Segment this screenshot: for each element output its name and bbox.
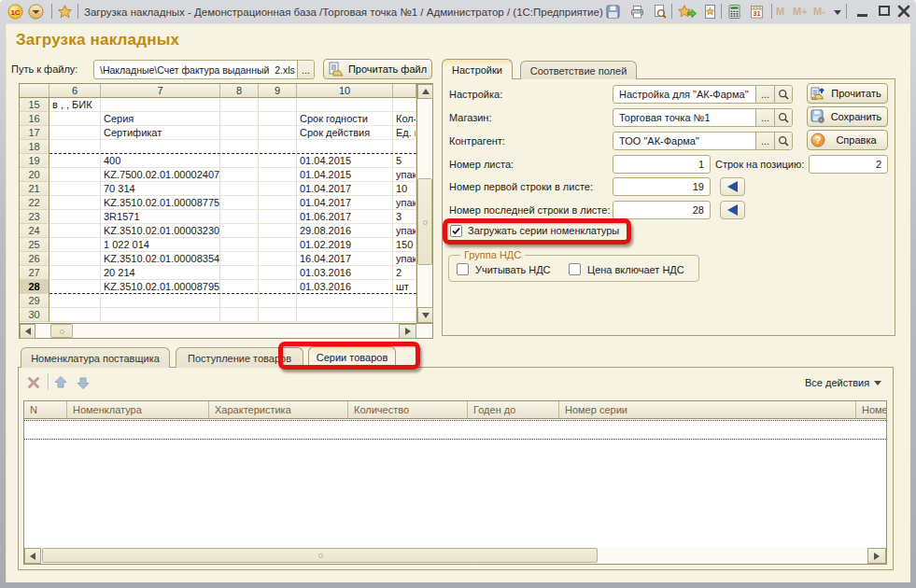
sheet-cell[interactable]: 17	[20, 126, 49, 140]
help-button[interactable]: ? Справка	[807, 130, 888, 150]
scroll-left-button[interactable]	[24, 548, 41, 564]
sheet-cell[interactable]	[49, 140, 101, 154]
sheet-cell[interactable]: 15	[20, 98, 49, 112]
sheet-cell[interactable]	[220, 266, 259, 280]
sheet-cell[interactable]: упак	[393, 224, 416, 238]
move-down-button[interactable]	[76, 375, 91, 390]
nastroika-browse-button[interactable]: ...	[755, 86, 774, 103]
sheet-cell[interactable]: 3R1571	[101, 210, 220, 224]
tab-nastroyki[interactable]: Настройки	[442, 59, 513, 79]
sheet-cell[interactable]	[393, 294, 416, 308]
sheet-cell[interactable]	[220, 210, 259, 224]
sheet-cell[interactable]	[101, 140, 220, 154]
sheet-cell[interactable]	[259, 126, 297, 140]
sheet-cell[interactable]	[49, 112, 101, 126]
sheet-cell[interactable]: 70 314	[101, 182, 220, 196]
series-table-hscrollbar[interactable]	[24, 548, 886, 564]
sheet-cell[interactable]: 21	[20, 182, 49, 196]
last-row-pick-button[interactable]	[720, 201, 745, 219]
sheet-cell[interactable]	[259, 182, 297, 196]
sheet-cell[interactable]: 30	[20, 308, 49, 322]
sheet-cell[interactable]: Сертификат	[101, 126, 220, 140]
sheet-cell[interactable]: 3	[393, 210, 416, 224]
favorites-star-icon[interactable]	[57, 4, 73, 20]
sheet-cell[interactable]	[393, 308, 416, 322]
sheet-cell[interactable]: KZ.7500.02.01.00002407	[101, 168, 220, 182]
sheet-cell[interactable]	[393, 140, 416, 154]
sheet-cell[interactable]: 10	[393, 182, 416, 196]
sheet-cell[interactable]: шт	[393, 280, 416, 294]
sheet-cell[interactable]	[220, 126, 259, 140]
sheet-cell[interactable]	[101, 308, 220, 322]
sheet-cell[interactable]	[259, 168, 297, 182]
sheet-cell[interactable]: 25	[20, 238, 49, 252]
sheet-cell[interactable]: 26	[20, 252, 49, 266]
scroll-down-button[interactable]	[417, 307, 433, 323]
sheet-cell[interactable]: 18	[20, 140, 49, 154]
sheet-cell[interactable]: 23	[20, 210, 49, 224]
scroll-right-button[interactable]	[399, 324, 416, 339]
sheet-cell[interactable]	[259, 196, 297, 210]
sheet-cell[interactable]: 01.04.2015	[297, 154, 393, 168]
vscroll-thumb[interactable]	[417, 178, 432, 265]
sheet-cell[interactable]	[220, 140, 259, 154]
spreadsheet-preview[interactable]: 67891015в , , БИК16СерияСрок годностиКол…	[19, 83, 433, 339]
sheet-cell[interactable]	[220, 294, 259, 308]
sheet-cell[interactable]	[220, 224, 259, 238]
sheet-cell[interactable]: 27	[20, 266, 49, 280]
sheet-cell[interactable]	[220, 252, 259, 266]
print-preview-icon[interactable]	[652, 4, 668, 20]
sheet-header-cell[interactable]	[393, 84, 416, 98]
sheet-cell[interactable]	[220, 280, 259, 294]
sheet-cell[interactable]	[220, 196, 259, 210]
sheet-cell[interactable]: Серия	[101, 112, 220, 126]
sheet-cell[interactable]	[220, 168, 259, 182]
tab-nomenklatura-postavshika[interactable]: Номенклатура поставщика	[21, 347, 170, 368]
hscroll-thumb[interactable]	[50, 324, 73, 338]
sheet-cell[interactable]	[49, 280, 101, 294]
rows-per-position-input[interactable]: 2	[809, 155, 888, 174]
sheet-cell[interactable]	[49, 126, 101, 140]
sheet-header-cell[interactable]: 9	[259, 84, 297, 98]
nastroika-lookup-button[interactable]	[774, 86, 792, 103]
kontragent-lookup-button[interactable]	[774, 133, 792, 149]
series-table-header[interactable]: Характеристика	[209, 401, 348, 419]
sheet-cell[interactable]: KZ.3510.02.01.00008795	[101, 280, 220, 294]
sheet-cell[interactable]	[220, 238, 259, 252]
sheet-header-cell[interactable]: 10	[297, 84, 393, 98]
sheet-cell[interactable]	[101, 98, 220, 112]
sheet-cell[interactable]	[393, 98, 416, 112]
sheet-cell[interactable]	[49, 196, 101, 210]
calendar-icon[interactable]: 31	[749, 4, 765, 20]
series-table[interactable]: NНоменклатураХарактеристикаКоличествоГод…	[23, 400, 887, 565]
sheet-cell[interactable]	[101, 294, 220, 308]
sheet-header-cell[interactable]	[20, 84, 49, 98]
add-to-favorites-icon[interactable]	[678, 4, 697, 20]
tab-sootvetstvie-poley[interactable]: Соответствие полей	[520, 61, 637, 79]
sheet-cell[interactable]: KZ.3510.02.01.00003230	[101, 224, 220, 238]
sheet-hscrollbar[interactable]	[20, 323, 432, 338]
sheet-cell[interactable]	[259, 252, 297, 266]
sheet-cell[interactable]	[49, 182, 101, 196]
calculator-icon[interactable]	[726, 4, 742, 20]
sheet-cell[interactable]: 20	[20, 168, 49, 182]
sheet-cell[interactable]: 150	[393, 238, 416, 252]
first-row-pick-button[interactable]	[720, 177, 745, 196]
sheet-cell[interactable]: Срок годности	[297, 112, 393, 126]
sheet-cell[interactable]: 01.02.2019	[297, 238, 393, 252]
magazin-input[interactable]: Торговая точка №1 ...	[613, 108, 793, 127]
sheet-header-cell[interactable]: 8	[220, 84, 259, 98]
sheet-cell[interactable]	[49, 224, 101, 238]
sheet-cell[interactable]: Ед. и	[393, 126, 416, 140]
sheet-cell[interactable]: упак	[393, 168, 416, 182]
favorites-list-icon[interactable]	[702, 4, 718, 20]
series-table-header[interactable]: Количество	[348, 401, 468, 419]
print-icon[interactable]	[629, 4, 645, 20]
series-table-header[interactable]: Номенклатура	[67, 401, 209, 419]
sheet-cell[interactable]: 16.04.2017	[297, 252, 393, 266]
sheet-cell[interactable]: 20 214	[101, 266, 220, 280]
sheet-cell[interactable]	[259, 308, 297, 322]
series-table-header[interactable]: Годен до	[468, 401, 559, 419]
sheet-cell[interactable]: 22	[20, 196, 49, 210]
sheet-cell[interactable]	[297, 308, 393, 322]
